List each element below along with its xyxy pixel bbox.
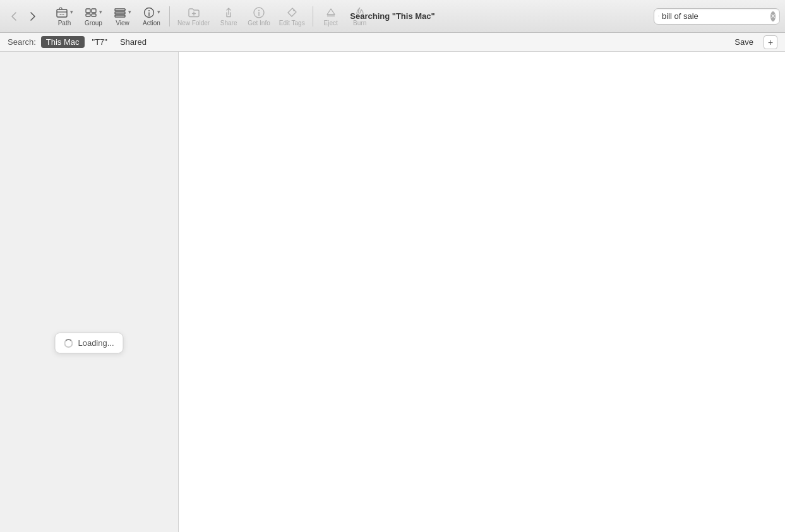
svg-rect-5: [115, 9, 125, 11]
search-clear-button[interactable]: ✕: [770, 11, 776, 21]
scope-t7-button[interactable]: "T7": [87, 36, 112, 48]
edit-tags-icon: [285, 6, 298, 19]
group-chevron: ▾: [99, 9, 102, 15]
new-folder-button[interactable]: New Folder: [174, 3, 213, 30]
share-button[interactable]: Share: [215, 3, 243, 30]
edit-tags-button[interactable]: Edit Tags: [275, 3, 309, 30]
burn-icon: [354, 6, 366, 19]
path-button[interactable]: ▾ Path: [51, 3, 78, 30]
search-input[interactable]: [662, 11, 768, 21]
get-info-button[interactable]: Get Info: [244, 3, 274, 30]
get-info-icon: [253, 6, 265, 19]
separator-2: [313, 6, 313, 27]
action-chevron: ▾: [157, 9, 160, 15]
new-folder-icon: [188, 6, 200, 19]
plus-icon: +: [768, 37, 773, 47]
view-label: View: [116, 20, 129, 27]
svg-point-11: [258, 9, 260, 11]
back-forward-nav: [5, 8, 42, 25]
view-chevron: ▾: [128, 9, 131, 15]
back-button[interactable]: [5, 8, 23, 25]
loading-indicator: Loading...: [54, 333, 123, 353]
svg-rect-0: [57, 9, 67, 17]
forward-button[interactable]: [24, 8, 42, 25]
eject-icon: [325, 6, 337, 19]
separator-1: [169, 6, 170, 27]
eject-button[interactable]: Eject: [317, 3, 345, 30]
group-button[interactable]: ▾ Group: [80, 3, 107, 30]
svg-rect-7: [115, 15, 125, 17]
share-label: Share: [220, 20, 237, 27]
get-info-label: Get Info: [248, 20, 270, 27]
svg-rect-3: [86, 14, 90, 16]
main-content: Loading...: [0, 52, 785, 532]
add-criteria-button[interactable]: +: [764, 35, 777, 49]
burn-button[interactable]: Burn: [346, 3, 374, 30]
action-label: Action: [143, 20, 160, 27]
svg-rect-2: [92, 9, 96, 13]
group-icon: ▾: [85, 6, 102, 19]
search-scope: This Mac "T7" Shared: [41, 36, 152, 48]
path-chevron: ▾: [70, 9, 73, 15]
burn-label: Burn: [353, 20, 366, 27]
toolbar: Searching "This Mac" ▾ Path ▾ Group: [0, 0, 785, 33]
view-button[interactable]: ▾ View: [109, 3, 136, 30]
path-icon: ▾: [56, 6, 73, 19]
main-panel: [179, 52, 785, 532]
svg-rect-1: [86, 9, 90, 13]
action-button[interactable]: ▾ Action: [138, 3, 165, 30]
scope-this-mac-button[interactable]: This Mac: [41, 36, 85, 48]
action-icon: ▾: [143, 6, 160, 19]
eject-label: Eject: [324, 20, 338, 27]
svg-rect-6: [115, 12, 125, 14]
path-label: Path: [58, 20, 71, 27]
group-label: Group: [85, 20, 102, 27]
share-icon: [222, 6, 235, 19]
svg-point-9: [148, 10, 150, 11]
view-icon: ▾: [114, 6, 131, 19]
sidebar: Loading...: [0, 52, 179, 532]
search-box[interactable]: ✕: [654, 8, 780, 25]
new-folder-label: New Folder: [177, 20, 210, 27]
loading-text: Loading...: [78, 338, 114, 348]
search-bar-label: Search:: [8, 37, 36, 47]
search-bar: Search: This Mac "T7" Shared Save +: [0, 33, 785, 52]
svg-point-12: [293, 9, 294, 11]
svg-rect-4: [92, 14, 96, 16]
save-button[interactable]: Save: [729, 36, 758, 48]
edit-tags-label: Edit Tags: [279, 20, 305, 27]
scope-shared-button[interactable]: Shared: [115, 36, 152, 48]
spinner-icon: [64, 339, 73, 348]
search-icon: [658, 12, 659, 20]
